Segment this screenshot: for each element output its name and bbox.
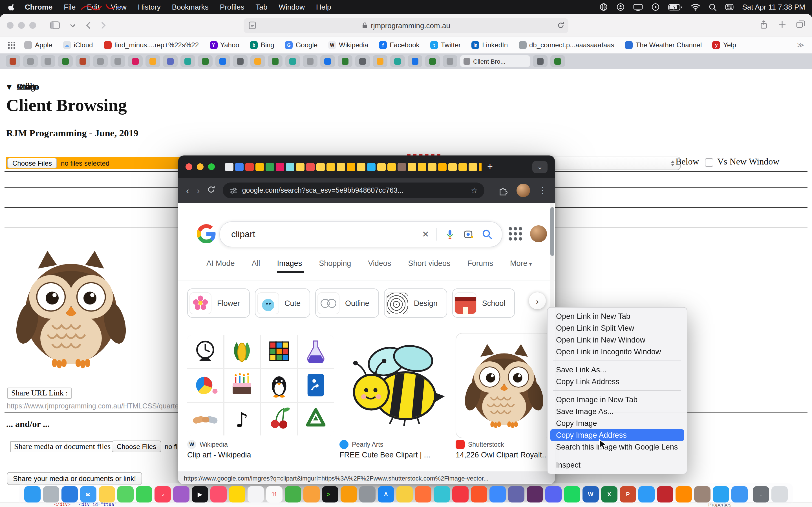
favorite-item[interactable]: G Google xyxy=(285,41,317,49)
dock-icon[interactable] xyxy=(527,486,543,502)
wifi-icon[interactable] xyxy=(691,3,700,11)
dock-icon[interactable] xyxy=(638,486,655,502)
bee-clipart-image[interactable] xyxy=(340,334,451,437)
tab-overview-icon[interactable] xyxy=(796,20,805,31)
active-tab[interactable]: Client Bro... xyxy=(460,55,530,67)
popup-tab-favicon[interactable] xyxy=(448,163,457,171)
dock-icon[interactable] xyxy=(248,486,264,502)
section-toggle[interactable]: ▼ Image xyxy=(7,82,39,92)
sidebar-icon[interactable] xyxy=(50,21,60,29)
dock-icon[interactable] xyxy=(285,486,301,502)
zoom-window-button[interactable] xyxy=(208,163,215,170)
result-tab[interactable]: Short videos xyxy=(408,259,452,273)
minimize-window-button[interactable] xyxy=(18,22,25,29)
result-source[interactable]: Shutterstock xyxy=(456,440,504,449)
dock-icon[interactable] xyxy=(490,486,506,502)
popup-tab-favicon[interactable] xyxy=(347,163,355,171)
google-logo[interactable] xyxy=(197,224,216,243)
dock-icon[interactable]: ↓ xyxy=(753,486,769,502)
dock-icon[interactable]: A xyxy=(378,486,394,502)
tab-search-button[interactable]: ⌄ xyxy=(532,161,548,173)
browser-tab[interactable] xyxy=(373,55,388,67)
menu-clock[interactable]: Sat Apr 11 7:38 PM xyxy=(742,3,805,11)
browser-tab[interactable] xyxy=(320,55,335,67)
filter-chip[interactable]: School xyxy=(452,288,515,318)
dock-icon[interactable]: P xyxy=(620,486,636,502)
browser-tab[interactable] xyxy=(41,55,55,67)
context-menu-item[interactable]: Save Image As... xyxy=(550,406,684,417)
context-menu-item[interactable]: Copy Image xyxy=(550,417,684,429)
context-menu-item[interactable]: Search this image with Google Lens xyxy=(550,441,684,453)
result-tab[interactable]: Forums xyxy=(467,259,495,273)
popup-tab-favicon[interactable] xyxy=(418,163,426,171)
google-lens-icon[interactable] xyxy=(463,229,474,240)
result-tab[interactable]: All xyxy=(252,259,262,273)
dock-icon[interactable]: ✉ xyxy=(80,486,96,502)
popup-tab-favicon[interactable] xyxy=(408,163,416,171)
chevron-down-icon[interactable] xyxy=(70,23,75,27)
popup-tab-favicon[interactable] xyxy=(479,163,481,171)
apps-grid-icon[interactable] xyxy=(8,41,15,49)
browser-tab[interactable] xyxy=(93,55,108,67)
popup-tab-favicon[interactable] xyxy=(367,163,375,171)
browser-tab[interactable] xyxy=(443,55,457,67)
dock-icon[interactable] xyxy=(771,486,788,502)
context-menu-item[interactable]: Copy Link Address xyxy=(550,376,684,388)
context-menu-item[interactable] xyxy=(553,360,681,361)
share-url-input[interactable]: https://www.rjmprogramming.com.au/HTMLCS… xyxy=(7,402,185,410)
filter-chip[interactable]: Outline xyxy=(315,288,379,318)
dock-icon[interactable]: X xyxy=(601,486,617,502)
choose-files-button[interactable]: Choose Files xyxy=(7,158,57,168)
browser-tab[interactable] xyxy=(233,55,248,67)
dock-icon[interactable] xyxy=(675,486,692,502)
popup-tab-favicon[interactable] xyxy=(296,163,305,171)
browser-tab[interactable] xyxy=(533,55,548,67)
dock-icon[interactable] xyxy=(750,487,751,501)
share-icon[interactable] xyxy=(760,19,768,31)
result-title[interactable]: Clip art - Wikipedia xyxy=(187,451,251,459)
owl-result-card[interactable] xyxy=(456,333,553,438)
result-tab[interactable]: Videos xyxy=(368,259,393,273)
popup-tab-favicon[interactable] xyxy=(337,163,345,171)
scrollbar-thumb[interactable] xyxy=(550,207,554,256)
browser-tab[interactable] xyxy=(198,55,213,67)
minimize-window-button[interactable] xyxy=(197,163,204,170)
popup-tab-favicon[interactable] xyxy=(377,163,386,171)
clear-search-icon[interactable]: ✕ xyxy=(422,229,429,239)
dock-icon[interactable] xyxy=(434,486,450,502)
context-menu-item[interactable]: Open Image in New Tab xyxy=(550,394,684,406)
dock-icon[interactable] xyxy=(452,486,469,502)
menu-item[interactable]: Bookmarks xyxy=(166,3,214,11)
voice-search-icon[interactable] xyxy=(444,229,456,240)
result-tab[interactable]: AI Mode xyxy=(206,259,237,273)
dock-icon[interactable]: >_ xyxy=(322,486,338,502)
browser-tab[interactable] xyxy=(408,55,422,67)
popup-tab-favicon[interactable] xyxy=(225,163,234,171)
favorite-item[interactable]: y Yelp xyxy=(712,41,736,49)
new-tab-button[interactable]: + xyxy=(487,161,493,172)
address-bar[interactable]: rjmprogramming.com.au xyxy=(244,18,568,33)
dock-icon[interactable] xyxy=(396,486,413,502)
browser-tab[interactable] xyxy=(58,55,73,67)
result-source[interactable]: Pearly Arts xyxy=(340,440,383,449)
menu-item[interactable]: Edit xyxy=(81,3,105,11)
favorite-item[interactable]: ☁ iCloud xyxy=(63,41,93,49)
search-box[interactable]: clipart ✕ xyxy=(219,221,502,247)
popup-tab-favicon[interactable] xyxy=(438,163,447,171)
result-tab[interactable]: Images xyxy=(277,259,304,273)
dock-icon[interactable] xyxy=(564,486,580,502)
browser-tab[interactable] xyxy=(285,55,300,67)
browser-tab[interactable] xyxy=(355,55,370,67)
dock-icon[interactable] xyxy=(303,486,320,502)
browser-tab[interactable] xyxy=(215,55,230,67)
context-menu-item[interactable]: Inspect xyxy=(550,459,684,471)
dock-icon[interactable]: 11 xyxy=(266,486,283,502)
browser-tab[interactable] xyxy=(146,55,160,67)
context-menu-item[interactable]: Copy Image Address xyxy=(550,429,684,441)
zoom-window-button[interactable] xyxy=(29,22,36,29)
menu-item[interactable]: History xyxy=(132,3,166,11)
dock-icon[interactable] xyxy=(173,486,190,502)
back-button[interactable]: ‹ xyxy=(186,186,189,195)
context-menu-item[interactable]: Open Link in New Tab xyxy=(550,311,684,322)
popup-tab-favicon[interactable] xyxy=(276,163,284,171)
